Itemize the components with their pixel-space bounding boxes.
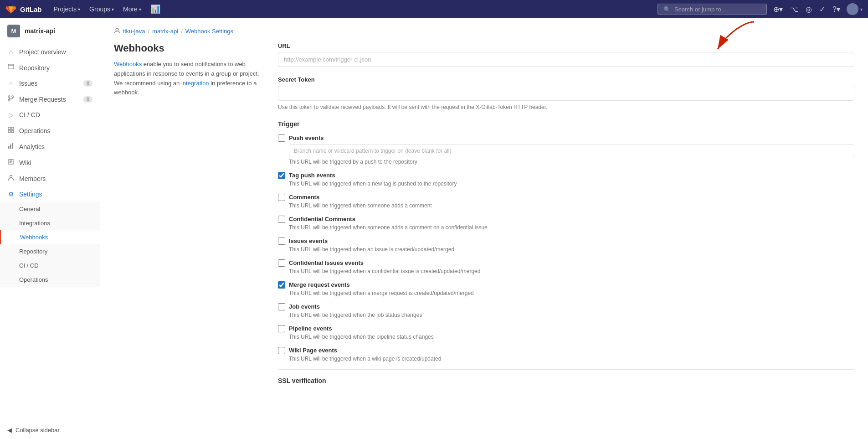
sidebar-item-label: Issues [19, 80, 37, 87]
job-events-label[interactable]: Job events [278, 303, 854, 310]
confidential-comments-label[interactable]: Confidential Comments [278, 215, 854, 223]
sidebar-subitem-operations[interactable]: Operations [0, 273, 100, 287]
svg-rect-7 [8, 130, 10, 133]
confidential-issues-events-label[interactable]: Confidential Issues events [278, 259, 854, 267]
tag-push-events-desc: This URL will be triggered when a new ta… [289, 181, 854, 187]
sidebar-project[interactable]: M matrix-api [0, 18, 100, 44]
sidebar-item-label: Operations [19, 127, 50, 134]
merge-request-events-checkbox[interactable] [278, 281, 285, 289]
svg-point-13 [116, 28, 118, 31]
job-events-checkbox[interactable] [278, 303, 285, 310]
issues-events-checkbox[interactable] [278, 238, 285, 245]
sidebar-subitem-repository[interactable]: Repository [0, 244, 100, 258]
merge-icon [7, 95, 15, 103]
comments-checkbox[interactable] [278, 194, 285, 201]
topnav-actions: ⊕▾ ⌥ ◎ ✓ ?▾ ▾ [770, 3, 863, 15]
trigger-issues-events: Issues events This URL will be triggered… [278, 237, 854, 253]
tag-push-events-label[interactable]: Tag push events [278, 171, 854, 179]
svg-rect-6 [11, 127, 14, 129]
project-name: matrix-api [25, 27, 55, 35]
repository-icon [7, 64, 15, 72]
pipeline-events-desc: This URL will be triggered when the pipe… [289, 334, 854, 340]
trigger-confidential-comments: Confidential Comments This URL will be t… [278, 215, 854, 231]
trigger-wiki-page-events: Wiki Page events This URL will be trigge… [278, 346, 854, 362]
groups-menu[interactable]: Groups ▾ [85, 0, 118, 18]
page-body: Webhooks Webhooks enable you to send not… [114, 42, 854, 387]
wiki-page-events-desc: This URL will be triggered when a wiki p… [289, 356, 854, 362]
trigger-job-events: Job events This URL will be triggered wh… [278, 303, 854, 318]
merge-requests-icon[interactable]: ⌥ [787, 3, 801, 15]
sidebar-item-issues[interactable]: ○ Issues 0 [0, 76, 100, 91]
branch-pattern-input[interactable] [289, 145, 854, 157]
pipeline-events-label[interactable]: Pipeline events [278, 325, 854, 332]
collapse-sidebar-button[interactable]: ◀ Collapse sidebar [0, 421, 100, 439]
webhooks-link[interactable]: Webhooks [114, 61, 142, 67]
comments-label[interactable]: Comments [278, 193, 854, 201]
projects-menu[interactable]: Projects ▾ [49, 0, 85, 18]
secret-token-input[interactable] [278, 86, 854, 101]
members-icon [7, 175, 15, 182]
gitlab-logo[interactable]: GitLab [5, 4, 42, 15]
sidebar-item-settings[interactable]: ⚙ Settings [0, 186, 100, 202]
help-icon[interactable]: ?▾ [830, 3, 843, 15]
svg-point-3 [12, 96, 14, 98]
tag-push-events-checkbox[interactable] [278, 172, 285, 179]
sidebar-item-members[interactable]: Members [0, 170, 100, 186]
sidebar-subitem-integrations[interactable]: Integrations [0, 216, 100, 230]
sidebar-item-analytics[interactable]: Analytics [0, 139, 100, 155]
confidential-comments-checkbox[interactable] [278, 216, 285, 223]
breadcrumb-tiku-java[interactable]: tiku-java [123, 28, 145, 35]
svg-rect-0 [8, 64, 14, 69]
svg-rect-11 [12, 143, 13, 149]
push-events-checkbox[interactable] [278, 134, 285, 142]
merge-request-events-desc: This URL will be triggered when a merge … [289, 290, 854, 296]
sidebar-subitem-general[interactable]: General [0, 202, 100, 216]
sidebar-item-label: Merge Requests [19, 96, 66, 103]
issues-icon[interactable]: ◎ [803, 3, 815, 15]
trigger-push-events: Push events This URL will be triggered b… [278, 134, 854, 165]
push-events-label[interactable]: Push events [278, 134, 854, 142]
sidebar-item-cicd[interactable]: ▷ CI / CD [0, 107, 100, 123]
wiki-page-events-checkbox[interactable] [278, 347, 285, 354]
sidebar-item-label: Wiki [19, 159, 31, 166]
secret-token-label: Secret Token [278, 76, 854, 83]
svg-point-12 [10, 176, 12, 178]
trigger-label: Trigger [278, 120, 854, 128]
sidebar-item-project-overview[interactable]: ⌂ Project overview [0, 44, 100, 60]
sidebar-subitem-webhooks[interactable]: Webhooks [0, 230, 100, 244]
pipeline-events-checkbox[interactable] [278, 325, 285, 332]
url-form-group: URL [278, 42, 854, 67]
trigger-comments: Comments This URL will be triggered when… [278, 193, 854, 209]
search-bar[interactable]: 🔍 Search or jump to... [657, 4, 767, 15]
issues-events-label[interactable]: Issues events [278, 237, 854, 245]
wiki-page-events-label[interactable]: Wiki Page events [278, 346, 854, 354]
sidebar-item-repository[interactable]: Repository [0, 60, 100, 76]
svg-rect-5 [8, 127, 10, 129]
sidebar-subitem-ci-cd[interactable]: CI / CD [0, 258, 100, 273]
trigger-pipeline-events: Pipeline events This URL will be trigger… [278, 325, 854, 340]
integration-link[interactable]: integration [181, 80, 209, 87]
search-placeholder: Search or jump to... [674, 6, 726, 13]
new-item-button[interactable]: ⊕▾ [770, 3, 786, 15]
push-events-desc: This URL will be triggered by a push to … [289, 159, 854, 165]
url-input[interactable] [278, 52, 854, 67]
todos-icon[interactable]: ✓ [817, 3, 828, 15]
groups-chevron-icon: ▾ [112, 7, 114, 12]
merge-request-events-label[interactable]: Merge request events [278, 281, 854, 289]
svg-rect-8 [11, 130, 14, 133]
job-events-desc: This URL will be triggered when the job … [289, 312, 854, 318]
sidebar-item-operations[interactable]: Operations [0, 123, 100, 139]
breadcrumb-matrix-api[interactable]: matrix-api [152, 28, 178, 35]
sidebar-item-label: CI / CD [19, 111, 40, 119]
sidebar-nav: ⌂ Project overview Repository ○ Issues 0… [0, 44, 100, 421]
sidebar-item-wiki[interactable]: Wiki [0, 155, 100, 170]
user-avatar[interactable] [847, 3, 858, 15]
gitlab-wordmark: GitLab [20, 5, 42, 13]
sidebar-item-label: Repository [19, 64, 50, 72]
activity-icon[interactable]: 📊 [146, 0, 165, 18]
confidential-issues-events-checkbox[interactable] [278, 259, 285, 267]
sidebar-item-merge-requests[interactable]: Merge Requests 0 [0, 91, 100, 107]
home-icon: ⌂ [7, 48, 15, 56]
breadcrumb-webhook-settings[interactable]: Webhook Settings [185, 28, 233, 35]
more-menu[interactable]: More ▾ [118, 0, 146, 18]
